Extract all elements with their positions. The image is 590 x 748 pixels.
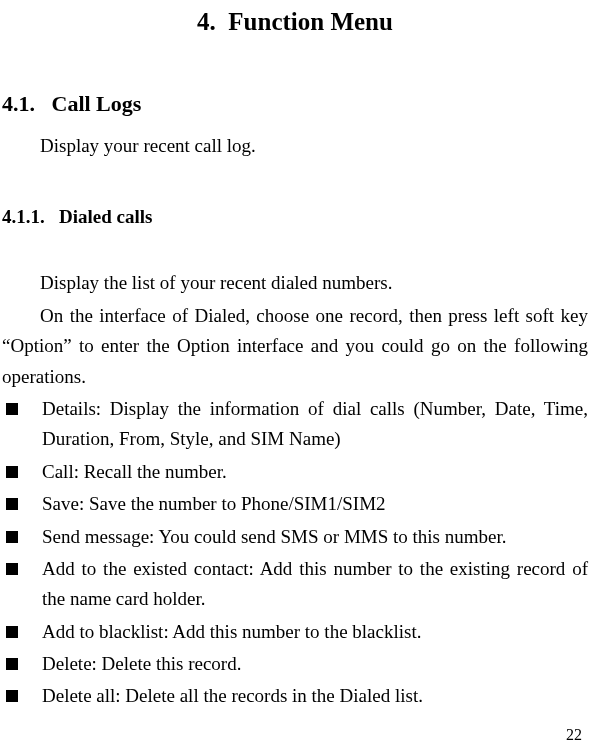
section-paragraph: Display your recent call log. — [0, 131, 590, 161]
page-number: 22 — [566, 726, 582, 744]
list-item: Call: Recall the number. — [2, 457, 588, 487]
square-bullet-icon — [6, 563, 18, 575]
section-number: 4.1. — [2, 91, 35, 116]
square-bullet-icon — [6, 626, 18, 638]
list-item-text: Delete: Delete this record. — [42, 653, 241, 674]
chapter-number: 4. — [197, 8, 216, 35]
square-bullet-icon — [6, 531, 18, 543]
list-item: Delete: Delete this record. — [2, 649, 588, 679]
subsection-paragraph-2: On the interface of Dialed, choose one r… — [0, 301, 590, 392]
square-bullet-icon — [6, 498, 18, 510]
list-item: Save: Save the number to Phone/SIM1/SIM2 — [2, 489, 588, 519]
subsection-paragraph-1: Display the list of your recent dialed n… — [0, 268, 590, 298]
list-item-text: Save: Save the number to Phone/SIM1/SIM2 — [42, 493, 386, 514]
section-title-text: Call Logs — [52, 91, 142, 116]
section-title: 4.1. Call Logs — [2, 91, 590, 117]
list-item-text: Call: Recall the number. — [42, 461, 227, 482]
list-item: Add to blacklist: Add this number to the… — [2, 617, 588, 647]
bullet-list: Details: Display the information of dial… — [0, 394, 590, 712]
subsection-title: 4.1.1. Dialed calls — [2, 206, 590, 228]
list-item-text: Details: Display the information of dial… — [42, 398, 588, 449]
list-item-text: Add to the existed contact: Add this num… — [42, 558, 588, 609]
list-item-text: Send message: You could send SMS or MMS … — [42, 526, 506, 547]
list-item: Send message: You could send SMS or MMS … — [2, 522, 588, 552]
list-item-text: Delete all: Delete all the records in th… — [42, 685, 423, 706]
square-bullet-icon — [6, 690, 18, 702]
list-item-text: Add to blacklist: Add this number to the… — [42, 621, 421, 642]
subsection-number: 4.1.1. — [2, 206, 45, 227]
list-item: Add to the existed contact: Add this num… — [2, 554, 588, 615]
list-item: Details: Display the information of dial… — [2, 394, 588, 455]
square-bullet-icon — [6, 466, 18, 478]
square-bullet-icon — [6, 403, 18, 415]
chapter-title: 4. Function Menu — [0, 8, 590, 36]
square-bullet-icon — [6, 658, 18, 670]
subsection-title-text: Dialed calls — [59, 206, 152, 227]
chapter-title-text: Function Menu — [228, 8, 393, 35]
list-item: Delete all: Delete all the records in th… — [2, 681, 588, 711]
